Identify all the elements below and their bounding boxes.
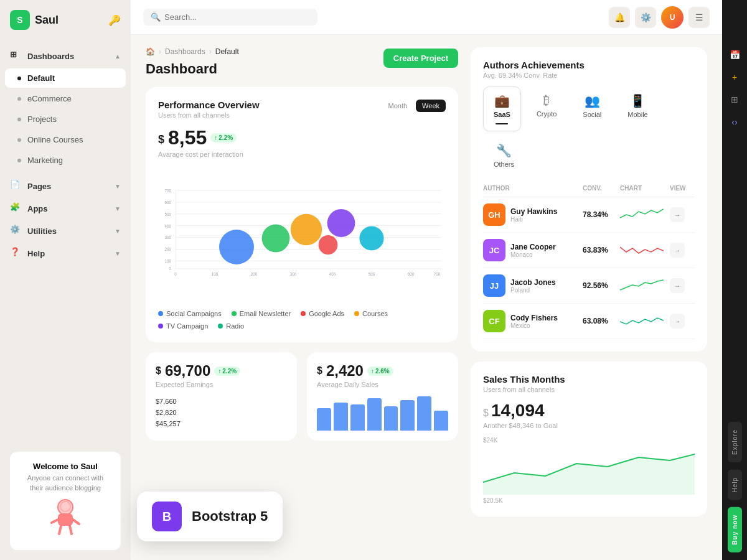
sidebar-footer: Welcome to Saul Anyone can connect with … [0, 442, 131, 560]
sidebar-item-label: eCommerce [27, 94, 116, 103]
svg-point-36 [319, 235, 338, 254]
breadcrumb-current: Default [215, 47, 239, 56]
legend-google: Google Ads [301, 310, 344, 317]
app-title: Saul [35, 14, 59, 27]
sidebar-item-pages[interactable]: 📄 Pages ▼ [0, 175, 131, 197]
sidebar-item-help[interactable]: ❓ Help ▼ [0, 242, 131, 264]
chevron-down-icon: ▼ [115, 205, 121, 212]
authors-subtitle: Avg. 69.34% Conv. Rate [483, 72, 585, 79]
plus-icon[interactable]: + [725, 67, 745, 87]
cat-tab-mobile[interactable]: 📱 Mobile [617, 86, 658, 131]
cat-label: Others [494, 161, 514, 168]
chevron-up-icon: ▲ [115, 53, 121, 60]
daily-sales-value: $ 2,420 2.6% [317, 362, 448, 380]
sidebar-item-label: Help [27, 249, 45, 258]
bootstrap-icon: B [152, 502, 182, 531]
legend-radio: Radio [218, 322, 244, 330]
earnings-card: $ 69,700 2.2% Expected Earnings $7,660 $… [146, 352, 297, 441]
daily-sales-card: $ 2,420 2.6% Average Daily Sales [307, 352, 458, 441]
sidebar-item-label: Online Courses [27, 135, 116, 144]
sidebar-item-label: Utilities [27, 226, 57, 236]
sidebar-item-default[interactable]: Default [5, 68, 126, 88]
view-button[interactable]: → [670, 243, 685, 258]
table-header: AUTHOR CONV. CHART VIEW [483, 185, 695, 197]
app-logo: S [10, 10, 30, 30]
social-icon: 👥 [585, 93, 600, 108]
svg-point-33 [262, 225, 290, 253]
search-box[interactable]: 🔍 [143, 9, 317, 26]
sidebar-item-utilities[interactable]: ⚙️ Utilities ▼ [0, 220, 131, 242]
home-icon[interactable]: 🏠 [146, 47, 155, 56]
search-input[interactable] [164, 12, 310, 22]
legend-email: Email Newsletter [232, 310, 291, 317]
authors-title: Authors Achievements [483, 60, 585, 70]
far-right-panel: 📅 + ⊞ ‹› Explore Help Buy now [722, 0, 747, 560]
sidebar-item-marketing[interactable]: Marketing [5, 151, 126, 170]
topbar-right: 🔔 ⚙️ U ☰ [609, 6, 710, 29]
sidebar-item-online-courses[interactable]: Online Courses [5, 130, 126, 149]
view-button[interactable]: → [670, 278, 685, 293]
back-icon[interactable]: 🔑 [108, 14, 121, 26]
cat-tab-others[interactable]: 🔧 Others [483, 136, 525, 175]
code-icon[interactable]: ‹› [725, 112, 745, 132]
legend-dot [301, 311, 306, 316]
author-location: Haiti [510, 216, 557, 223]
cat-tab-crypto[interactable]: ₿ Crypto [526, 86, 567, 131]
performance-badge: 2.2% [210, 133, 237, 142]
content-area: 🏠 › Dashboards › Default Dashboard Creat… [131, 35, 722, 560]
sales-subtitle: Users from all channels [483, 386, 695, 393]
bar [384, 406, 398, 431]
sidebar-item-dashboards[interactable]: ⊞ Dashboards ▲ [0, 45, 131, 67]
tab-month[interactable]: Month [382, 100, 414, 112]
conv-value: 63.83% [583, 246, 620, 254]
breakdown-item: $45,257 [156, 418, 287, 429]
breadcrumb-section[interactable]: Dashboards [165, 47, 205, 56]
welcome-card: Welcome to Saul Anyone can connect with … [10, 452, 121, 550]
performance-value-sub: Avarage cost per interaction [158, 151, 446, 158]
author-location: Mexico [510, 322, 558, 329]
cat-tab-saas[interactable]: 💼 SaaS [483, 86, 521, 131]
user-avatar[interactable]: U [661, 6, 684, 29]
notifications-button[interactable]: 🔔 [609, 7, 630, 28]
view-button[interactable]: → [670, 207, 685, 222]
content-right: Authors Achievements Avg. 69.34% Conv. R… [471, 47, 707, 548]
nav-dot [17, 97, 21, 101]
bar-chart [317, 393, 448, 431]
sidebar-item-projects[interactable]: Projects [5, 110, 126, 129]
mini-chart [620, 312, 664, 330]
conv-value: 78.34% [583, 210, 620, 219]
svg-text:700: 700 [434, 272, 441, 276]
daily-sales-label: Average Daily Sales [317, 381, 448, 388]
view-button[interactable]: → [670, 314, 685, 329]
mini-chart [620, 276, 664, 295]
sidebar-item-ecommerce[interactable]: eCommerce [5, 89, 126, 108]
explore-button[interactable]: Explore [728, 422, 742, 462]
create-project-button[interactable]: Create Project [383, 49, 458, 68]
legend-dot [158, 324, 163, 329]
settings-button[interactable]: ⚙️ [635, 7, 656, 28]
grid-icon[interactable]: ⊞ [725, 90, 745, 110]
tab-week[interactable]: Week [416, 100, 446, 112]
svg-text:500: 500 [369, 272, 375, 276]
author-name: Guy Hawkins [510, 207, 557, 216]
earnings-breakdown: $7,660 $2,820 $45,257 [156, 396, 287, 429]
earnings-label: Expected Earnings [156, 381, 287, 388]
svg-text:600: 600 [408, 272, 415, 276]
calendar-icon[interactable]: 📅 [725, 45, 745, 65]
svg-point-35 [327, 209, 355, 237]
legend-dot [218, 324, 223, 329]
menu-button[interactable]: ☰ [688, 7, 710, 28]
sales-title: Sales This Months [483, 374, 695, 385]
buy-now-button[interactable]: Buy now [728, 507, 742, 553]
help-button[interactable]: Help [728, 470, 742, 500]
cat-tab-social[interactable]: 👥 Social [572, 86, 612, 131]
daily-sales-badge: 2.6% [367, 366, 393, 376]
author-location: Monaco [510, 251, 556, 258]
sidebar-item-apps[interactable]: 🧩 Apps ▼ [0, 197, 131, 220]
svg-text:300: 300 [164, 235, 171, 240]
svg-line-2 [52, 520, 58, 523]
mobile-icon: 📱 [630, 93, 646, 108]
bar [317, 408, 331, 431]
cat-label: Social [583, 111, 601, 118]
authors-table: AUTHOR CONV. CHART VIEW GH Guy Hawkins [483, 185, 695, 339]
